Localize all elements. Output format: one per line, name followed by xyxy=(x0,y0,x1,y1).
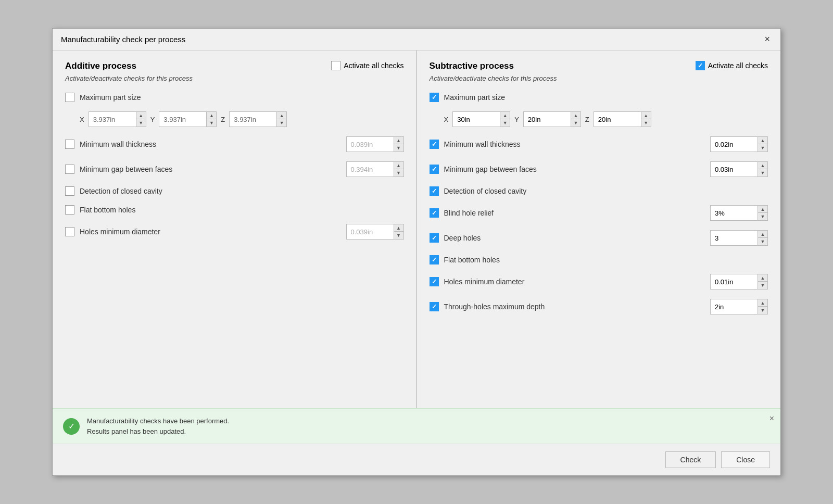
subtractive-holes-min-diam-input[interactable]: ▲ ▼ xyxy=(710,274,768,289)
subtractive-z-label: Z xyxy=(585,116,589,123)
additive-z-down[interactable]: ▼ xyxy=(277,119,286,127)
additive-z-up[interactable]: ▲ xyxy=(277,112,286,119)
additive-holes-min-diam-up[interactable]: ▲ xyxy=(394,224,403,232)
subtractive-min-wall-up[interactable]: ▲ xyxy=(758,137,767,144)
additive-x-up[interactable]: ▲ xyxy=(136,112,146,119)
additive-y-down[interactable]: ▼ xyxy=(207,119,216,127)
additive-x-field[interactable] xyxy=(89,112,136,127)
subtractive-header: Subtractive process Activate all checks xyxy=(430,61,768,71)
subtractive-z-field[interactable] xyxy=(594,112,641,127)
additive-y-field[interactable] xyxy=(159,112,206,127)
additive-z-input[interactable]: ▲ ▼ xyxy=(229,111,287,127)
subtractive-y-down[interactable]: ▼ xyxy=(571,119,580,127)
subtractive-closed-cavity-checkbox[interactable] xyxy=(430,186,439,196)
subtractive-holes-min-diam-up[interactable]: ▲ xyxy=(758,274,767,282)
subtractive-deep-holes-down[interactable]: ▼ xyxy=(758,238,767,245)
close-button[interactable]: Close xyxy=(721,451,770,468)
subtractive-through-holes-input[interactable]: ▲ ▼ xyxy=(710,299,768,314)
additive-holes-min-diam-down[interactable]: ▼ xyxy=(394,232,403,239)
additive-holes-min-diam-input[interactable]: ▲ ▼ xyxy=(346,224,404,240)
subtractive-z-down[interactable]: ▼ xyxy=(641,119,651,127)
additive-max-part-size-row: Maximum part size xyxy=(65,93,404,102)
additive-y-up[interactable]: ▲ xyxy=(207,112,216,119)
additive-x-down[interactable]: ▼ xyxy=(136,119,146,127)
additive-activate-all-checkbox[interactable] xyxy=(331,61,340,70)
subtractive-x-input[interactable]: ▲ ▼ xyxy=(452,111,510,127)
subtractive-z-up[interactable]: ▲ xyxy=(641,112,651,119)
additive-min-gap-field[interactable] xyxy=(347,162,394,177)
subtractive-blind-hole-field[interactable] xyxy=(711,206,758,220)
subtractive-title: Subtractive process xyxy=(430,61,514,71)
subtractive-min-wall-input[interactable]: ▲ ▼ xyxy=(710,136,768,152)
subtractive-deep-holes-up[interactable]: ▲ xyxy=(758,231,767,238)
additive-y-input[interactable]: ▲ ▼ xyxy=(159,111,217,127)
subtractive-blind-hole-checkbox[interactable] xyxy=(430,208,439,218)
subtractive-min-gap-input[interactable]: ▲ ▼ xyxy=(710,161,768,177)
notification-line1: Manufacturability checks have been perfo… xyxy=(87,416,229,426)
additive-min-wall-up[interactable]: ▲ xyxy=(394,137,403,144)
additive-flat-bottom-checkbox[interactable] xyxy=(65,205,74,215)
subtractive-holes-min-diam-field[interactable] xyxy=(711,274,758,289)
check-button[interactable]: Check xyxy=(665,451,716,468)
additive-holes-min-diam-field[interactable] xyxy=(347,224,394,239)
subtractive-min-wall-checkbox[interactable] xyxy=(430,140,439,149)
additive-closed-cavity-row: Detection of closed cavity xyxy=(65,186,404,196)
subtractive-xyz-row: X ▲ ▼ Y ▲ ▼ Z xyxy=(430,111,768,127)
additive-min-gap-input[interactable]: ▲ ▼ xyxy=(346,161,404,177)
additive-min-wall-checkbox[interactable] xyxy=(65,140,74,149)
subtractive-max-part-size-checkbox[interactable] xyxy=(430,93,439,102)
additive-max-part-size-checkbox[interactable] xyxy=(65,93,74,102)
additive-min-gap-checkbox[interactable] xyxy=(65,165,74,174)
additive-max-part-size-label: Maximum part size xyxy=(80,93,184,102)
subtractive-min-wall-down[interactable]: ▼ xyxy=(758,144,767,152)
subtractive-min-gap-row: Minimum gap between faces ▲ ▼ xyxy=(430,161,768,177)
notification-close-button[interactable]: × xyxy=(769,414,774,423)
subtractive-through-holes-up[interactable]: ▲ xyxy=(758,299,767,307)
title-close-button[interactable]: × xyxy=(762,34,772,45)
additive-min-wall-label: Minimum wall thickness xyxy=(80,140,184,148)
subtractive-flat-bottom-checkbox[interactable] xyxy=(430,255,439,264)
additive-min-gap-up[interactable]: ▲ xyxy=(394,162,403,169)
subtractive-min-gap-field[interactable] xyxy=(711,162,758,177)
additive-min-gap-down[interactable]: ▼ xyxy=(394,169,403,177)
additive-x-input[interactable]: ▲ ▼ xyxy=(89,111,146,127)
subtractive-x-down[interactable]: ▼ xyxy=(500,119,510,127)
subtractive-max-part-size-row: Maximum part size xyxy=(430,93,768,102)
subtractive-x-up[interactable]: ▲ xyxy=(500,112,510,119)
additive-min-wall-input[interactable]: ▲ ▼ xyxy=(346,136,404,152)
additive-holes-min-diam-checkbox[interactable] xyxy=(65,227,74,236)
footer: Check Close xyxy=(53,444,780,475)
subtractive-activate-all-checkbox[interactable] xyxy=(696,61,705,70)
subtractive-min-gap-checkbox[interactable] xyxy=(430,165,439,174)
additive-min-wall-down[interactable]: ▼ xyxy=(394,144,403,152)
subtractive-holes-min-diam-down[interactable]: ▼ xyxy=(758,282,767,289)
additive-z-field[interactable] xyxy=(230,112,276,127)
additive-z-label: Z xyxy=(221,116,225,123)
subtractive-z-input[interactable]: ▲ ▼ xyxy=(594,111,651,127)
subtractive-deep-holes-checkbox[interactable] xyxy=(430,233,439,243)
subtractive-blind-hole-up[interactable]: ▲ xyxy=(758,206,767,213)
subtractive-blind-hole-down[interactable]: ▼ xyxy=(758,213,767,220)
subtractive-x-field[interactable] xyxy=(453,112,500,127)
subtractive-deep-holes-spinners: ▲ ▼ xyxy=(758,231,767,245)
notification-line2: Results panel has been updated. xyxy=(87,426,229,437)
notification-text: Manufacturability checks have been perfo… xyxy=(87,416,229,436)
subtractive-through-holes-down[interactable]: ▼ xyxy=(758,307,767,314)
subtractive-y-up[interactable]: ▲ xyxy=(571,112,580,119)
subtractive-through-holes-field[interactable] xyxy=(711,299,758,314)
subtractive-through-holes-checkbox[interactable] xyxy=(430,302,439,311)
subtractive-blind-hole-input[interactable]: ▲ ▼ xyxy=(710,205,768,221)
subtractive-min-gap-up[interactable]: ▲ xyxy=(758,162,767,169)
subtractive-deep-holes-input[interactable]: ▲ ▼ xyxy=(710,230,768,246)
additive-min-wall-row: Minimum wall thickness ▲ ▼ xyxy=(65,136,404,152)
additive-panel: Additive process Activate all checks Act… xyxy=(53,51,417,408)
additive-min-wall-field[interactable] xyxy=(347,137,394,152)
subtractive-deep-holes-field[interactable] xyxy=(711,231,758,245)
subtractive-holes-min-diam-checkbox[interactable] xyxy=(430,277,439,286)
additive-header: Additive process Activate all checks xyxy=(65,61,404,71)
additive-closed-cavity-checkbox[interactable] xyxy=(65,186,74,196)
subtractive-y-input[interactable]: ▲ ▼ xyxy=(523,111,581,127)
subtractive-min-gap-down[interactable]: ▼ xyxy=(758,169,767,177)
subtractive-y-field[interactable] xyxy=(524,112,571,127)
subtractive-min-wall-field[interactable] xyxy=(711,137,758,152)
